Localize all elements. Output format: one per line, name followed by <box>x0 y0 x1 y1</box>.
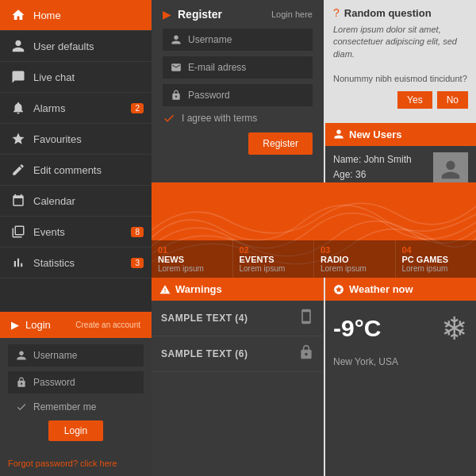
login-password-field[interactable]: Password <box>8 371 144 393</box>
warning-text-1: SAMPLE TEXT (6) <box>161 348 298 359</box>
login-panel: ▶ Login Create an account Username Passw… <box>0 312 152 476</box>
remember-me-row[interactable]: Remember me <box>8 398 144 416</box>
random-question-no-button[interactable]: No <box>437 91 468 109</box>
banner-title-2: RADIO <box>321 255 389 264</box>
sidebar-item-home[interactable]: Home <box>0 0 152 31</box>
banner-num-1: 02 <box>240 245 308 255</box>
sidebar-item-calendar-label: Calendar <box>33 195 75 207</box>
lock-icon <box>298 344 314 363</box>
click-here-link[interactable]: click here <box>80 459 117 468</box>
statistics-badge: 3 <box>131 258 144 268</box>
random-question-buttons: Yes No <box>333 91 468 109</box>
play-icon: ▶ <box>11 319 19 331</box>
weather-header: Weather now <box>325 278 476 301</box>
banner-item-news[interactable]: 01 NEWS Lorem ipsum <box>152 240 233 278</box>
banner-items: 01 NEWS Lorem ipsum 02 EVENTS Lorem ipsu… <box>152 240 476 278</box>
banner-item-events[interactable]: 02 EVENTS Lorem ipsum <box>233 240 315 278</box>
warnings-panel: Warnings SAMPLE TEXT (4) SAMPLE TEXT (6) <box>152 278 324 476</box>
banner-title-0: NEWS <box>158 255 226 264</box>
random-question-yes-button[interactable]: Yes <box>397 91 432 109</box>
sidebar-item-alarms[interactable]: Alarms 2 <box>0 93 152 124</box>
sidebar-item-statistics-label: Statistics <box>33 257 75 269</box>
right-top: ? Random question Lorem ipsum dolor sit … <box>325 0 476 182</box>
random-question-text: Lorem ipsum dolor sit amet, consectetuer… <box>333 24 468 85</box>
register-email-field[interactable]: E-mail adress <box>163 56 313 79</box>
sidebar-item-user-defaults-label: User defaults <box>33 40 94 52</box>
login-password-placeholder: Password <box>33 377 75 388</box>
sidebar-item-edit-comments[interactable]: Edit comments <box>0 155 152 186</box>
register-header: ▶ Register Login here <box>163 8 313 21</box>
register-panel: ▶ Register Login here Username E-mail ad… <box>152 0 324 182</box>
register-agree-row[interactable]: I agree with terms <box>163 112 313 125</box>
register-agree-label: I agree with terms <box>182 113 257 124</box>
login-header: ▶ Login Create an account <box>0 312 152 338</box>
warnings-header: Warnings <box>152 278 324 301</box>
login-title: Login <box>25 319 51 331</box>
main-content: ▶ Register Login here Username E-mail ad… <box>152 0 476 476</box>
warning-item-0[interactable]: SAMPLE TEXT (4) <box>152 301 324 336</box>
orange-banner: 01 NEWS Lorem ipsum 02 EVENTS Lorem ipsu… <box>152 182 476 278</box>
register-username-placeholder: Username <box>188 34 232 45</box>
forgot-password-row: Forgot password? click here <box>0 454 152 476</box>
top-row: ▶ Register Login here Username E-mail ad… <box>152 0 476 182</box>
sidebar-item-calendar[interactable]: Calendar <box>0 186 152 217</box>
sidebar-item-home-label: Home <box>33 10 61 21</box>
banner-sub-2: Lorem ipsum <box>321 264 389 273</box>
warnings-title: Warnings <box>175 283 222 295</box>
alarms-badge: 2 <box>131 103 144 113</box>
create-account-link[interactable]: Create an account <box>75 321 140 329</box>
weather-title: Weather now <box>349 283 413 295</box>
banner-num-3: 04 <box>402 245 470 255</box>
sidebar: Home User defaults Live chat Alarms 2 Fa… <box>0 0 152 476</box>
sidebar-item-edit-comments-label: Edit comments <box>33 164 102 176</box>
banner-item-radio[interactable]: 03 RADIO Lorem ipsum <box>314 240 396 278</box>
banner-title-3: PC GAMES <box>402 255 470 264</box>
register-button[interactable]: Register <box>248 132 313 155</box>
warning-text-0: SAMPLE TEXT (4) <box>161 313 298 324</box>
register-password-placeholder: Password <box>188 90 230 101</box>
weather-panel: Weather now -9°C ❄ New York, USA <box>325 278 476 476</box>
question-icon: ? <box>333 6 340 19</box>
login-button[interactable]: Login <box>48 420 103 441</box>
new-users-name: Name: John Smith <box>333 152 425 167</box>
new-users-age: Age: 36 <box>333 167 425 182</box>
snowflake-icon: ❄ <box>441 310 468 347</box>
new-users-header: New Users <box>325 123 476 146</box>
sidebar-item-user-defaults[interactable]: User defaults <box>0 31 152 62</box>
sidebar-item-live-chat[interactable]: Live chat <box>0 62 152 93</box>
banner-sub-3: Lorem ipsum <box>402 264 470 273</box>
register-username-field[interactable]: Username <box>163 29 313 51</box>
banner-sub-0: Lorem ipsum <box>158 264 226 273</box>
register-password-field[interactable]: Password <box>163 84 313 106</box>
register-play-icon: ▶ <box>163 8 171 21</box>
banner-item-pcgames[interactable]: 04 PC GAMES Lorem ipsum <box>396 240 477 278</box>
login-fields: Username Password Remember me Login <box>0 338 152 454</box>
random-question-title: Random question <box>344 7 432 19</box>
random-question-body: Lorem ipsum dolor sit amet, consectetuer… <box>333 25 457 59</box>
sidebar-item-events[interactable]: Events 8 <box>0 217 152 248</box>
sidebar-item-alarms-label: Alarms <box>33 102 65 114</box>
login-username-field[interactable]: Username <box>8 344 144 367</box>
new-users-title: New Users <box>349 129 401 140</box>
sidebar-item-favourites[interactable]: Favourites <box>0 124 152 155</box>
remember-me-label: Remember me <box>33 401 96 413</box>
register-email-placeholder: E-mail adress <box>188 62 246 73</box>
sidebar-item-favourites-label: Favourites <box>33 133 82 145</box>
weather-temperature: -9°C <box>333 315 441 342</box>
sidebar-item-live-chat-label: Live chat <box>33 71 75 83</box>
phone-icon <box>298 309 314 328</box>
register-title: Register <box>178 8 222 21</box>
sidebar-item-events-label: Events <box>33 226 65 238</box>
sidebar-nav: Home User defaults Live chat Alarms 2 Fa… <box>0 0 152 312</box>
bottom-row: Warnings SAMPLE TEXT (4) SAMPLE TEXT (6)… <box>152 278 476 476</box>
weather-city: New York, USA <box>325 356 476 375</box>
random-question-header: ? Random question <box>333 6 468 19</box>
banner-sub-1: Lorem ipsum <box>240 264 308 273</box>
banner-title-1: EVENTS <box>240 255 308 264</box>
warning-item-1[interactable]: SAMPLE TEXT (6) <box>152 336 324 372</box>
events-badge: 8 <box>131 227 144 237</box>
forgot-label: Forgot password? <box>8 459 78 468</box>
register-login-link[interactable]: Login here <box>271 10 313 19</box>
banner-num-2: 03 <box>321 245 389 255</box>
sidebar-item-statistics[interactable]: Statistics 3 <box>0 248 152 278</box>
